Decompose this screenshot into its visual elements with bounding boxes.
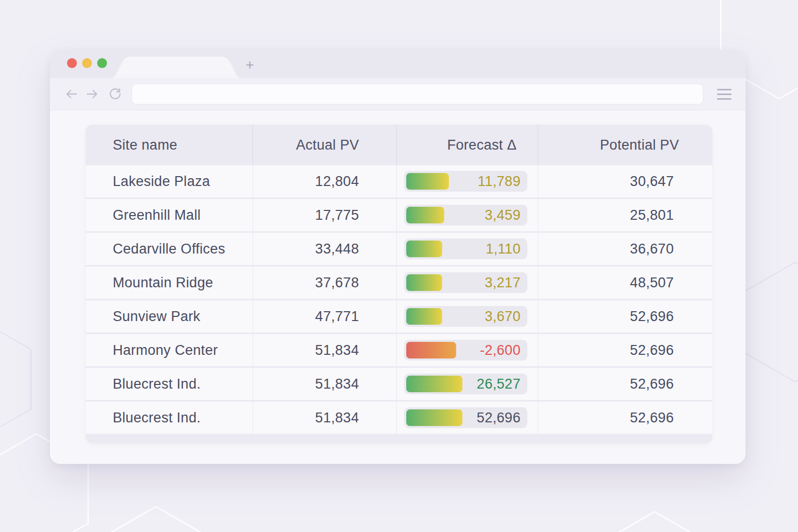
forward-button[interactable]: [85, 88, 100, 100]
forecast-delta-value: -2,600: [480, 342, 521, 358]
table-body: Lakeside Plaza 12,804 11,789 30,647 Gree…: [86, 165, 712, 434]
forecast-delta-cell: 11,789: [396, 165, 538, 197]
site-name-cell: Mountain Ridge: [86, 267, 252, 299]
forecast-bar-fill: [406, 342, 456, 358]
forecast-delta-value: 1,110: [486, 241, 521, 257]
forecast-delta-cell: 3,670: [396, 300, 538, 332]
browser-tab-bar: +: [50, 50, 746, 78]
forecast-bar-track: 3,459: [404, 205, 527, 225]
actual-pv-cell: 51,834: [252, 368, 396, 400]
potential-pv-cell: 48,507: [538, 267, 712, 299]
window-controls: [67, 58, 107, 68]
potential-pv-cell: 52,696: [538, 334, 712, 366]
forecast-delta-cell: 52,696: [396, 402, 538, 434]
site-name-cell: Bluecrest Ind.: [86, 402, 252, 434]
window-maximize-button[interactable]: [97, 58, 107, 68]
forecast-bar-track: 1,110: [404, 238, 527, 259]
table-header: Site name Actual PV Forecast Δ Potential…: [86, 125, 712, 165]
window-minimize-button[interactable]: [82, 58, 92, 68]
page-content: Site name Actual PV Forecast Δ Potential…: [50, 110, 746, 463]
forecast-delta-cell: 26,527: [396, 368, 538, 400]
table-row: Greenhill Mall 17,775 3,459 25,801: [86, 199, 712, 231]
hamburger-icon: [717, 89, 732, 90]
potential-pv-cell: 30,647: [538, 165, 712, 197]
potential-pv-cell: 36,670: [538, 233, 712, 265]
window-close-button[interactable]: [67, 58, 77, 68]
site-name-cell: Cedarville Offices: [86, 233, 252, 265]
active-tab[interactable]: [111, 57, 241, 78]
potential-pv-cell: 52,696: [538, 368, 712, 400]
back-button[interactable]: [64, 88, 78, 100]
site-name-cell: Bluecrest Ind.: [86, 368, 252, 400]
forecast-delta-value: 3,670: [485, 309, 521, 325]
actual-pv-cell: 17,775: [252, 199, 396, 231]
browser-toolbar: [50, 78, 746, 110]
table-row: Mountain Ridge 37,678 3,217 48,507: [86, 267, 712, 299]
actual-pv-cell: 51,834: [252, 402, 396, 434]
table-row: Sunview Park 47,771 3,670 52,696: [86, 300, 712, 332]
forecast-delta-value: 11,789: [478, 174, 521, 190]
forecast-bar-fill: [406, 241, 442, 257]
forecast-bar-fill: [406, 274, 442, 291]
forecast-bar-track: 3,670: [404, 306, 527, 327]
site-name-cell: Sunview Park: [86, 300, 252, 332]
potential-pv-cell: 25,801: [538, 199, 712, 231]
forecast-delta-value: 26,527: [477, 376, 521, 392]
new-tab-button[interactable]: +: [242, 57, 258, 73]
site-name-cell: Greenhill Mall: [86, 199, 252, 231]
actual-pv-cell: 47,771: [252, 300, 396, 332]
forecast-delta-cell: 1,110: [396, 233, 538, 265]
address-bar[interactable]: [131, 84, 703, 104]
actual-pv-cell: 33,448: [252, 233, 396, 265]
forecast-bar-track: 26,527: [404, 374, 527, 394]
column-header-actual-pv: Actual PV: [252, 125, 396, 165]
table-row: Bluecrest Ind. 51,834 26,527 52,696: [86, 368, 712, 400]
potential-pv-cell: 52,696: [538, 402, 712, 434]
browser-window: + Site name Ac: [50, 50, 746, 464]
forecast-bar-fill: [406, 376, 462, 392]
actual-pv-cell: 37,678: [252, 267, 396, 299]
forecast-delta-value: 3,217: [485, 275, 521, 291]
table-row: Harmony Center 51,834 -2,600 52,696: [86, 334, 712, 366]
forward-arrow-icon: [85, 88, 100, 100]
table-row: Bluecrest Ind. 51,834 52,696 52,696: [86, 402, 712, 434]
forecast-bar-fill: [406, 207, 444, 223]
menu-button[interactable]: [717, 87, 732, 101]
forecast-delta-cell: 3,459: [396, 199, 538, 231]
forecast-bar-track: 52,696: [404, 407, 527, 428]
table-row: Lakeside Plaza 12,804 11,789 30,647: [86, 165, 712, 197]
actual-pv-cell: 51,834: [252, 334, 396, 366]
column-header-site-name: Site name: [86, 125, 252, 165]
potential-pv-cell: 52,696: [538, 300, 712, 332]
forecast-bar-fill: [406, 173, 449, 190]
reload-icon: [108, 87, 122, 101]
column-header-forecast-delta: Forecast Δ: [396, 125, 538, 165]
pv-table-card: Site name Actual PV Forecast Δ Potential…: [86, 125, 712, 443]
forecast-delta-cell: 3,217: [396, 267, 538, 299]
table-row: Cedarville Offices 33,448 1,110 36,670: [86, 233, 712, 265]
site-name-cell: Lakeside Plaza: [86, 165, 252, 197]
back-arrow-icon: [64, 88, 78, 100]
forecast-delta-cell: -2,600: [396, 334, 538, 366]
reload-button[interactable]: [108, 87, 122, 101]
column-header-potential-pv: Potential PV: [538, 125, 712, 165]
forecast-bar-track: 11,789: [404, 171, 527, 192]
forecast-bar-fill: [406, 308, 442, 325]
actual-pv-cell: 12,804: [252, 165, 396, 197]
site-name-cell: Harmony Center: [86, 334, 252, 366]
forecast-bar-track: -2,600: [404, 340, 527, 361]
forecast-delta-value: 52,696: [477, 410, 521, 426]
forecast-delta-value: 3,459: [485, 207, 521, 223]
forecast-bar-fill: [406, 409, 462, 426]
forecast-bar-track: 3,217: [404, 272, 527, 293]
